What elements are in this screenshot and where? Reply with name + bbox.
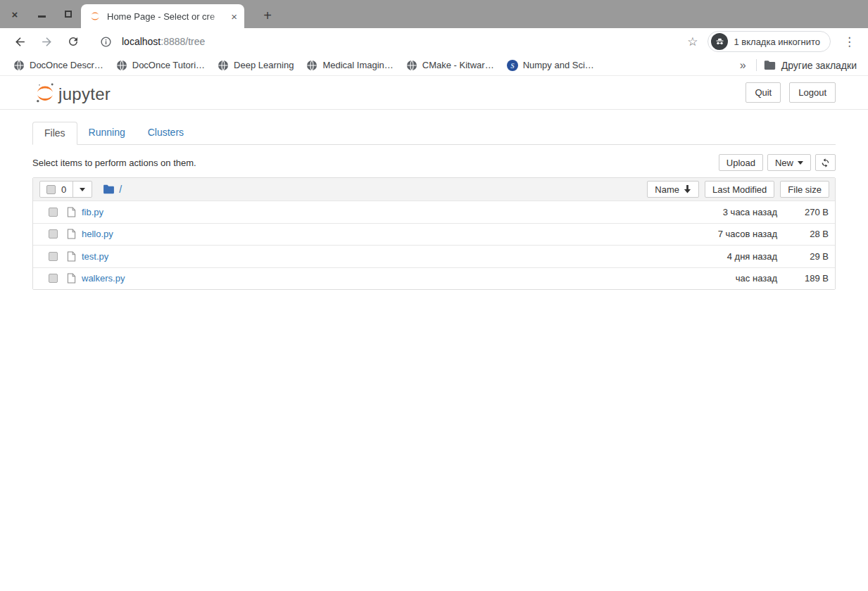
last-modified-value: 4 дня назад xyxy=(650,251,777,262)
file-link[interactable]: walkers.py xyxy=(82,273,125,284)
jupyter-favicon-icon xyxy=(89,11,101,22)
tab-running[interactable]: Running xyxy=(77,122,137,145)
globe-icon xyxy=(116,60,127,71)
sort-size-button[interactable]: File size xyxy=(780,181,829,198)
sort-down-arrow-icon xyxy=(684,185,691,193)
globe-icon xyxy=(218,60,229,71)
jupyter-header-buttons: Quit Logout xyxy=(746,82,836,103)
file-icon xyxy=(67,273,76,284)
tab-files[interactable]: Files xyxy=(32,122,77,145)
forward-icon[interactable] xyxy=(37,32,56,51)
refresh-button[interactable] xyxy=(815,154,836,171)
browser-titlebar: × Home Page - Select or cre × + xyxy=(0,0,868,28)
select-dropdown-button[interactable] xyxy=(73,182,92,197)
window-minimize-icon[interactable] xyxy=(37,9,46,19)
sort-buttons: Name Last Modified File size xyxy=(647,181,829,198)
row-checkbox[interactable] xyxy=(49,252,58,261)
last-modified-value: час назад xyxy=(650,273,777,284)
url-host: localhost xyxy=(122,36,161,47)
chevron-down-icon xyxy=(798,161,803,165)
file-icon xyxy=(67,251,76,262)
window-close-icon[interactable]: × xyxy=(10,9,20,19)
browser-toolbar: localhost:8888/tree ☆ 1 вкладка инкогнит… xyxy=(0,28,868,55)
file-list-header: 0 / Name Last Modified File size xyxy=(33,178,835,201)
selected-count: 0 xyxy=(61,184,66,195)
window-maximize-icon[interactable] xyxy=(63,9,73,19)
bookmark-item[interactable]: DocOnce Descr… xyxy=(7,57,110,74)
last-modified-value: 7 часов назад xyxy=(650,229,777,239)
table-row: fib.py 3 часа назад 270 В xyxy=(33,201,835,223)
table-row: test.py 4 дня назад 29 В xyxy=(33,245,835,267)
file-size-value: 189 В xyxy=(777,273,829,284)
quit-button[interactable]: Quit xyxy=(746,82,781,103)
page-info-icon[interactable] xyxy=(100,36,112,48)
file-link[interactable]: fib.py xyxy=(82,207,103,217)
other-bookmarks-label: Другие закладки xyxy=(781,60,857,71)
file-list-body: fib.py 3 часа назад 270 В hello.py 7 час… xyxy=(33,201,835,289)
sort-name-button[interactable]: Name xyxy=(647,181,699,198)
bookmark-label: Numpy and Sci… xyxy=(523,60,594,70)
last-modified-value: 3 часа назад xyxy=(650,207,777,217)
window-controls: × xyxy=(0,0,73,28)
folder-icon xyxy=(103,184,115,194)
other-bookmarks-button[interactable]: Другие закладки xyxy=(764,60,861,71)
bookmark-item[interactable]: S Numpy and Sci… xyxy=(501,57,600,74)
action-buttons: Upload New xyxy=(719,154,836,171)
incognito-label: 1 вкладка инкогнито xyxy=(734,37,820,47)
bookmark-label: DocOnce Tutori… xyxy=(132,60,205,70)
select-all-button-group: 0 xyxy=(39,181,92,198)
jupyter-logo-icon xyxy=(34,82,56,104)
tab-clusters[interactable]: Clusters xyxy=(137,122,195,145)
file-icon xyxy=(67,207,76,217)
file-icon xyxy=(67,229,76,239)
globe-icon xyxy=(306,60,317,71)
bookmark-star-icon[interactable]: ☆ xyxy=(687,34,698,49)
file-list: 0 / Name Last Modified File size fib.py … xyxy=(32,177,836,290)
file-link[interactable]: test.py xyxy=(82,251,108,262)
bookmarks-divider xyxy=(756,59,757,71)
row-checkbox[interactable] xyxy=(49,208,58,217)
breadcrumb-root-link[interactable]: / xyxy=(119,184,122,195)
file-name-cell: test.py xyxy=(67,251,650,262)
new-tab-button[interactable]: + xyxy=(258,6,277,25)
scipy-icon: S xyxy=(507,60,518,71)
folder-icon xyxy=(764,60,776,70)
omnibox[interactable]: localhost:8888/tree xyxy=(100,36,687,48)
file-size-value: 28 В xyxy=(777,229,829,239)
incognito-icon xyxy=(711,33,728,50)
jupyter-logo[interactable]: jupyter xyxy=(34,82,111,104)
upload-button[interactable]: Upload xyxy=(719,154,763,171)
jupyter-header: jupyter Quit Logout xyxy=(0,76,868,110)
row-checkbox[interactable] xyxy=(49,274,58,283)
reload-icon[interactable] xyxy=(63,32,83,51)
bookmark-item[interactable]: Deep Learning xyxy=(211,57,300,74)
back-icon[interactable] xyxy=(10,32,30,51)
file-link[interactable]: hello.py xyxy=(82,229,113,239)
logout-button[interactable]: Logout xyxy=(789,82,836,103)
select-all-button[interactable]: 0 xyxy=(40,182,73,197)
globe-icon xyxy=(406,60,417,71)
bookmarks-overflow-icon[interactable]: » xyxy=(737,59,749,72)
browser-tab[interactable]: Home Page - Select or cre × xyxy=(81,4,244,28)
select-all-checkbox[interactable] xyxy=(46,185,56,194)
bookmark-label: Medical Imagin… xyxy=(322,60,393,70)
tab-close-icon[interactable]: × xyxy=(229,11,239,23)
sort-modified-button[interactable]: Last Modified xyxy=(705,181,774,198)
incognito-badge[interactable]: 1 вкладка инкогнито xyxy=(707,31,831,52)
url-text: localhost:8888/tree xyxy=(122,36,205,47)
bookmark-item[interactable]: DocOnce Tutori… xyxy=(110,57,211,74)
file-name-cell: walkers.py xyxy=(67,273,650,284)
bookmark-item[interactable]: CMake - Kitwar… xyxy=(400,57,501,74)
new-dropdown-button[interactable]: New xyxy=(767,154,811,171)
refresh-icon xyxy=(820,158,831,168)
bookmarks-bar: DocOnce Descr… DocOnce Tutori… Deep Lear… xyxy=(0,55,868,76)
file-name-cell: hello.py xyxy=(67,229,650,239)
row-checkbox[interactable] xyxy=(49,229,58,239)
toolbar-right: ☆ 1 вкладка инкогнито ⋮ xyxy=(687,31,858,52)
bookmark-label: CMake - Kitwar… xyxy=(422,60,494,70)
jupyter-tabs: Files Running Clusters xyxy=(32,122,836,145)
file-size-value: 270 В xyxy=(777,207,829,217)
bookmark-item[interactable]: Medical Imagin… xyxy=(300,57,399,74)
file-name-cell: fib.py xyxy=(67,207,650,217)
browser-menu-icon[interactable]: ⋮ xyxy=(841,34,858,49)
